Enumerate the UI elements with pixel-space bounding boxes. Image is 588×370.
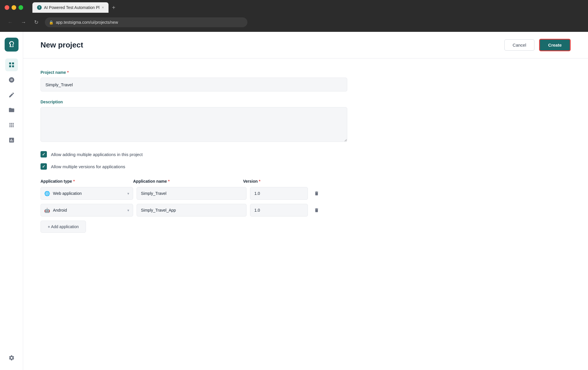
app-name-input-1[interactable]	[137, 187, 247, 200]
tab-favicon: T	[37, 5, 42, 10]
logo-icon	[8, 41, 16, 49]
new-tab-button[interactable]: +	[110, 3, 118, 12]
close-window-button[interactable]	[5, 5, 9, 10]
app-row-1: 🌐 Web application ▾	[41, 187, 347, 200]
checkbox-row-1: ✓ Allow adding multiple applications in …	[41, 151, 571, 157]
traffic-lights	[5, 5, 23, 10]
checkbox-group: ✓ Allow adding multiple applications in …	[41, 151, 571, 170]
sidebar-logo[interactable]	[5, 38, 19, 52]
app-type-select-2[interactable]: 🤖 Android ▾	[41, 204, 133, 217]
active-tab[interactable]: T AI Powered Test Automation Pl ×	[32, 2, 109, 13]
applications-table: Application type * Application name * Ve…	[41, 179, 347, 233]
col-header-name: Application name *	[133, 179, 243, 184]
app-type-text-1: Web application	[53, 191, 124, 196]
delete-app-button-2[interactable]	[311, 205, 322, 215]
project-name-group: Project name *	[41, 70, 571, 91]
chevron-down-icon-2: ▾	[127, 208, 129, 213]
add-application-button[interactable]: + Add application	[41, 221, 86, 233]
sidebar-item-analytics[interactable]	[5, 134, 18, 146]
maximize-window-button[interactable]	[19, 5, 23, 10]
main-content: New project Cancel Create Project name *…	[23, 32, 588, 370]
create-button[interactable]: Create	[539, 39, 571, 51]
address-bar[interactable]: 🔒 app.testsigma.com/ui/projects/new	[45, 17, 247, 27]
forward-button[interactable]: →	[19, 18, 28, 27]
sidebar-item-grid[interactable]	[5, 58, 18, 71]
sidebar-item-apps[interactable]	[5, 119, 18, 131]
page-title: New project	[41, 41, 83, 50]
app-version-input-2[interactable]	[250, 204, 308, 217]
page-header: New project Cancel Create	[23, 32, 588, 58]
url-text: app.testsigma.com/ui/projects/new	[56, 20, 118, 25]
app-name-input-2[interactable]	[137, 204, 247, 217]
col-header-type: Application type *	[41, 179, 133, 184]
app-type-text-2: Android	[53, 208, 124, 213]
sidebar	[0, 32, 23, 370]
minimize-window-button[interactable]	[12, 5, 16, 10]
description-group: Description	[41, 100, 571, 143]
checkbox-multiple-versions-label: Allow multiple versions for applications	[51, 164, 125, 169]
sidebar-item-dashboard[interactable]	[5, 74, 18, 86]
required-star-name: *	[67, 70, 69, 75]
checkbox-multiple-apps[interactable]: ✓	[41, 151, 47, 157]
cancel-button[interactable]: Cancel	[504, 39, 535, 51]
sidebar-item-settings[interactable]	[5, 351, 18, 364]
form-area: Project name * Description ✓ Allow addin…	[23, 58, 588, 244]
tab-close-button[interactable]: ×	[102, 6, 104, 10]
checkbox-row-2: ✓ Allow multiple versions for applicatio…	[41, 163, 571, 170]
app-version-input-1[interactable]	[250, 187, 308, 200]
browser-tabs: T AI Powered Test Automation Pl × +	[32, 2, 118, 13]
col-header-version: Version *	[243, 179, 301, 184]
chevron-down-icon-1: ▾	[127, 191, 129, 196]
app-type-select-1[interactable]: 🌐 Web application ▾	[41, 187, 133, 200]
refresh-button[interactable]: ↻	[32, 18, 40, 27]
address-bar-row: ← → ↻ 🔒 app.testsigma.com/ui/projects/ne…	[0, 15, 588, 30]
checkbox-multiple-versions[interactable]: ✓	[41, 163, 47, 170]
browser-titlebar: T AI Powered Test Automation Pl × +	[0, 0, 588, 15]
sidebar-item-folder[interactable]	[5, 104, 18, 116]
sidebar-item-edit[interactable]	[5, 89, 18, 101]
description-textarea[interactable]	[41, 107, 347, 142]
project-name-label: Project name *	[41, 70, 571, 75]
delete-app-button-1[interactable]	[311, 188, 322, 199]
app-table-header: Application type * Application name * Ve…	[41, 179, 347, 184]
header-actions: Cancel Create	[504, 39, 571, 51]
tab-title: AI Powered Test Automation Pl	[44, 5, 100, 10]
description-label: Description	[41, 100, 571, 104]
app-wrapper: New project Cancel Create Project name *…	[0, 32, 588, 370]
required-star-name2: *	[168, 179, 170, 184]
app-row-2: 🤖 Android ▾	[41, 204, 347, 217]
project-name-input[interactable]	[41, 78, 347, 91]
lock-icon: 🔒	[49, 20, 54, 25]
checkbox-multiple-apps-label: Allow adding multiple applications in th…	[51, 152, 143, 157]
back-button[interactable]: ←	[6, 18, 14, 27]
web-icon: 🌐	[44, 191, 50, 196]
browser-chrome: T AI Powered Test Automation Pl × + ← → …	[0, 0, 588, 32]
android-icon: 🤖	[44, 208, 50, 213]
required-star-type: *	[73, 179, 75, 184]
required-star-version: *	[259, 179, 260, 184]
